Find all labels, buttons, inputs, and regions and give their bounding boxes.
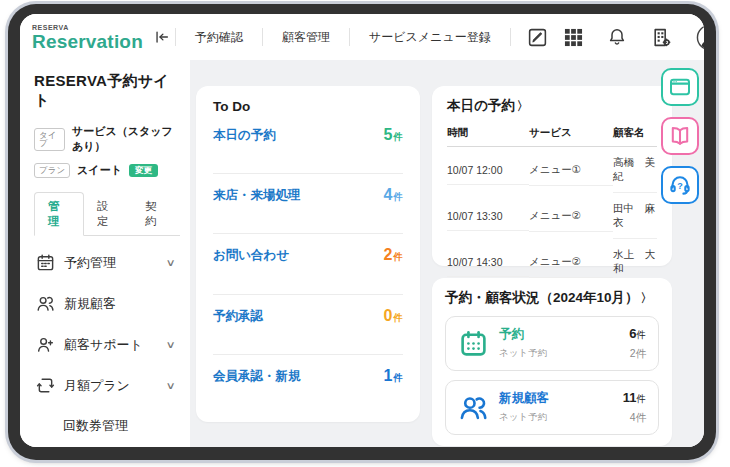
tab-settings[interactable]: 設定 [84, 193, 132, 235]
manual-book-icon [668, 124, 692, 148]
chevron-right-icon: 〉 [641, 291, 653, 305]
todo-item-inquiries[interactable]: お問い合わせ 2件 [213, 234, 403, 294]
cell-customer: 田中 麻衣 [613, 193, 657, 239]
user-plus-icon [36, 335, 55, 354]
brand-small-text: RESERVA [32, 24, 143, 31]
status-card: 予約・顧客状況（2024年10月）〉 予約 6件 [432, 278, 672, 446]
column-customer: 顧客名 [613, 122, 657, 147]
tab-contract[interactable]: 契約 [132, 193, 180, 235]
todo-item-label[interactable]: お問い合わせ [213, 247, 289, 264]
app-body: RESERVA予約サイト タイプ サービス（スタッフあり） プラン スイート 変… [20, 60, 704, 447]
apps-grid-button[interactable] [564, 28, 583, 47]
sidebar-item-label: 月額プラン [64, 377, 158, 395]
cell-customer: 高橋 美紀 [613, 147, 657, 193]
table-row[interactable]: 10/07 13:30 メニュー② 田中 麻衣 [447, 193, 657, 239]
status-new-customers-sub-label: ネット予約 [499, 411, 547, 425]
calendar-icon [36, 253, 55, 272]
site-title: RESERVA予約サイト [34, 72, 180, 110]
todo-item-count: 1件 [384, 368, 403, 384]
status-reservations-sub-count: 2件 [630, 347, 646, 361]
column-time: 時間 [447, 122, 529, 147]
status-new-customers-body: 新規顧客 11件 ネット予約 4件 [499, 390, 646, 425]
status-title[interactable]: 予約・顧客状況（2024年10月）〉 [445, 289, 659, 307]
sidebar-item-label: 顧客サポート [64, 336, 158, 354]
help-button[interactable]: ? [661, 166, 699, 204]
nav-item-reservation-check[interactable]: 予約確認 [176, 29, 262, 46]
sidebar-item-analytics[interactable]: 集計・分析 [34, 446, 180, 447]
table-header-row: 時間 サービス 顧客名 [447, 122, 657, 147]
sidebar-item-reservation-management[interactable]: 予約管理 ∨ [34, 242, 180, 283]
status-new-customers-card[interactable]: 新規顧客 11件 ネット予約 4件 [445, 380, 659, 435]
status-reservations-body: 予約 6件 ネット予約 2件 [499, 326, 646, 361]
notifications-button[interactable] [607, 27, 627, 47]
chevron-down-icon: ∨ [165, 257, 175, 268]
manual-button[interactable] [661, 117, 699, 155]
status-reservations-label[interactable]: 予約 [499, 326, 524, 343]
nav-item-customer-management[interactable]: 顧客管理 [263, 29, 349, 46]
todo-item-reservation-approval[interactable]: 予約承認 0件 [213, 295, 403, 355]
plan-value: スイート [77, 163, 122, 178]
todo-item-label[interactable]: 会員承認・新規 [213, 368, 301, 385]
sidebar-item-label: 新規顧客 [64, 295, 165, 313]
account-avatar[interactable] [696, 24, 704, 51]
header-icons [564, 24, 704, 51]
cell-service: メニュー② [529, 200, 613, 232]
todo-item-label[interactable]: 来店・来場処理 [213, 187, 301, 204]
building-gear-icon [651, 27, 672, 48]
header-nav: 予約確認 顧客管理 サービスメニュー登録 [175, 14, 564, 60]
todo-item-label[interactable]: 予約承認 [213, 308, 263, 325]
cell-time: 10/07 14:30 [447, 247, 529, 277]
sidebar-item-ticket-management[interactable]: 回数券管理 [34, 406, 180, 446]
type-badge: タイプ [34, 128, 65, 151]
edit-pencil-icon [527, 27, 548, 48]
today-reservations-card: 本日の予約〉 時間 サービス 顧客名 10/07 12:00 メニュー① 高橋 … [432, 86, 672, 266]
repeat-icon [36, 376, 55, 395]
site-type-row: タイプ サービス（スタッフあり） [34, 124, 180, 154]
sidebar-collapse-button[interactable] [153, 26, 171, 48]
device-frame: RESERVA Reservation 予約確認 顧客管理 サービスメニュー登録 [8, 4, 716, 460]
collapse-left-icon [153, 28, 171, 46]
cell-service: メニュー② [529, 246, 613, 278]
plan-badge: プラン [34, 163, 70, 178]
main-content: To Do 本日の予約 5件 来店・来場処理 4件 お問い合わせ 2件 予約承 [190, 60, 704, 447]
sidebar-menu: 予約管理 ∨ 新規顧客 顧客サポート ∨ 月 [34, 242, 180, 447]
top-header: RESERVA Reservation 予約確認 顧客管理 サービスメニュー登録 [20, 14, 704, 60]
browser-window-icon [668, 75, 692, 99]
apps-grid-icon [564, 28, 583, 47]
todo-item-today-reservations[interactable]: 本日の予約 5件 [213, 114, 403, 174]
nav-item-service-menu-register[interactable]: サービスメニュー登録 [350, 29, 510, 46]
status-new-customers-count: 11件 [623, 390, 646, 406]
status-reservations-sub-label: ネット予約 [499, 347, 547, 361]
table-row[interactable]: 10/07 12:00 メニュー① 高橋 美紀 [447, 147, 657, 193]
status-reservations-card[interactable]: 予約 6件 ネット予約 2件 [445, 316, 659, 371]
today-reservations-title[interactable]: 本日の予約〉 [447, 97, 657, 115]
users-icon [36, 294, 55, 313]
sidebar-item-new-customers[interactable]: 新規顧客 [34, 283, 180, 324]
brand-name-text: Reservation [32, 32, 143, 51]
todo-item-member-approval[interactable]: 会員承認・新規 1件 [213, 355, 403, 414]
chevron-down-icon: ∨ [165, 339, 175, 350]
sidebar-tabs: 管理 設定 契約 [34, 192, 180, 236]
tab-management[interactable]: 管理 [34, 192, 84, 236]
edit-button[interactable] [511, 27, 564, 48]
todo-card: To Do 本日の予約 5件 来店・来場処理 4件 お問い合わせ 2件 予約承 [196, 86, 420, 422]
avatar-icon [696, 24, 704, 51]
sidebar-item-monthly-plan[interactable]: 月額プラン ∨ [34, 365, 180, 406]
todo-item-label[interactable]: 本日の予約 [213, 127, 276, 144]
sidebar: RESERVA予約サイト タイプ サービス（スタッフあり） プラン スイート 変… [20, 60, 190, 447]
bell-icon [607, 27, 627, 47]
sidebar-item-customer-support[interactable]: 顧客サポート ∨ [34, 324, 180, 365]
todo-item-count: 4件 [384, 187, 403, 203]
todo-item-checkin-processing[interactable]: 来店・来場処理 4件 [213, 174, 403, 234]
app-screen: RESERVA Reservation 予約確認 顧客管理 サービスメニュー登録 [20, 14, 704, 447]
cell-time: 10/07 13:30 [447, 201, 529, 231]
status-new-customers-label[interactable]: 新規顧客 [499, 390, 549, 407]
site-preview-button[interactable] [661, 68, 699, 106]
cell-time: 10/07 12:00 [447, 155, 529, 185]
todo-item-count: 5件 [384, 127, 403, 143]
facility-settings-button[interactable] [651, 27, 672, 48]
plan-change-button[interactable]: 変更 [129, 164, 158, 178]
status-new-customers-sub-count: 4件 [630, 411, 646, 425]
right-column: 本日の予約〉 時間 サービス 顧客名 10/07 12:00 メニュー① 高橋 … [432, 86, 672, 423]
todo-item-count: 0件 [384, 308, 403, 324]
